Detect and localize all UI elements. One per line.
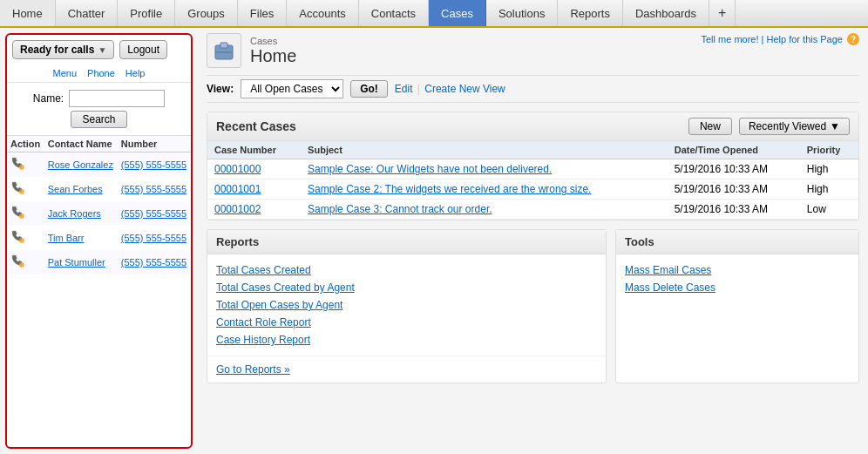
action-header: Action — [7, 136, 44, 152]
contact-table-header: Action Contact Name Number — [7, 136, 191, 152]
nav-item-dashboards[interactable]: Dashboards — [623, 0, 709, 26]
case-date: 5/19/2016 10:33 AM — [668, 180, 800, 200]
nav-item-accounts[interactable]: Accounts — [287, 0, 358, 26]
number-cell: (555) 555-5555 — [118, 177, 191, 201]
page-header-right: Tell me more! | Help for this Page ? — [701, 33, 859, 45]
edit-view-link[interactable]: Edit — [395, 83, 413, 95]
action-cell — [7, 177, 44, 201]
phone-number-link[interactable]: (555) 555-5555 — [121, 159, 186, 170]
help-link[interactable]: Help — [125, 68, 146, 78]
svg-point-4 — [19, 262, 24, 268]
case-date: 5/19/2016 10:33 AM — [668, 159, 800, 180]
phone-call-icon[interactable] — [10, 163, 26, 173]
case-number-link[interactable]: 00001001 — [214, 183, 261, 195]
goto-reports-link[interactable]: Go to Reports » — [207, 356, 606, 383]
name-input[interactable] — [69, 90, 165, 107]
page-title: Home — [250, 46, 296, 66]
svg-point-1 — [19, 189, 24, 194]
tool-link[interactable]: Mass Delete Cases — [625, 279, 850, 296]
tell-me-more-link[interactable]: Tell me more! — [701, 34, 758, 44]
number-cell: (555) 555-5555 — [118, 250, 191, 274]
svg-point-3 — [19, 238, 24, 243]
case-number-link[interactable]: 00001000 — [214, 163, 261, 175]
case-subject-link[interactable]: Sample Case: Our Widgets have not been d… — [308, 163, 552, 175]
phone-call-icon[interactable] — [10, 212, 26, 222]
name-search-area: Name: Search — [7, 83, 191, 136]
table-row: Jack Rogers (555) 555-5555 — [7, 201, 191, 226]
nav-item-cases[interactable]: Cases — [429, 0, 486, 26]
recent-cases-panel: Recent Cases New Recently Viewed ▼ Case … — [207, 112, 859, 220]
nav-item-reports[interactable]: Reports — [558, 0, 623, 26]
nav-item-chatter[interactable]: Chatter — [56, 0, 119, 26]
recently-viewed-label: Recently Viewed — [749, 120, 826, 132]
page-header-left: Cases Home — [207, 33, 296, 68]
contact-name-cell: Rose Gonzalez — [44, 152, 118, 178]
create-view-link[interactable]: Create New View — [424, 83, 505, 95]
cases-table: Case Number Subject Date/Time Opened Pri… — [207, 141, 858, 220]
ready-for-calls-button[interactable]: Ready for calls ▼ — [12, 40, 114, 59]
report-link[interactable]: Case History Report — [216, 331, 597, 349]
page-title-block: Cases Home — [250, 36, 296, 66]
contact-name-cell: Jack Rogers — [44, 201, 118, 226]
recently-viewed-button[interactable]: Recently Viewed ▼ — [739, 118, 850, 135]
case-subject-link[interactable]: Sample Case 3: Cannot track our order. — [308, 203, 492, 215]
nav-item-solutions[interactable]: Solutions — [486, 0, 558, 26]
contact-name-link[interactable]: Pat Stumuller — [48, 257, 105, 268]
phone-call-icon[interactable] — [10, 236, 26, 247]
breadcrumb: Cases — [250, 36, 296, 46]
phone-link[interactable]: Phone — [87, 68, 115, 78]
dropdown-arrow-icon: ▼ — [98, 45, 106, 55]
tools-panel: Tools Mass Email CasesMass Delete Cases — [615, 229, 859, 383]
case-number-link[interactable]: 00001002 — [214, 203, 261, 215]
svg-point-2 — [19, 213, 24, 219]
top-navigation: HomeChatterProfileGroupsFilesAccountsCon… — [0, 0, 868, 28]
nav-item-contacts[interactable]: Contacts — [359, 0, 429, 26]
nav-item-files[interactable]: Files — [238, 0, 287, 26]
contact-name-link[interactable]: Jack Rogers — [48, 208, 101, 219]
phone-number-link[interactable]: (555) 555-5555 — [121, 184, 186, 194]
reports-panel-header: Reports — [207, 230, 606, 254]
number-header: Number — [118, 136, 191, 152]
logout-button[interactable]: Logout — [119, 40, 167, 59]
nav-item-groups[interactable]: Groups — [175, 0, 238, 26]
contact-name-link[interactable]: Rose Gonzalez — [48, 159, 113, 170]
tool-link[interactable]: Mass Email Cases — [625, 261, 850, 279]
report-link[interactable]: Total Cases Created — [216, 261, 597, 279]
number-cell: (555) 555-5555 — [118, 201, 191, 226]
help-icon: ? — [847, 33, 859, 45]
sidebar-links: Menu Phone Help — [7, 64, 191, 83]
view-bar: View: All Open Cases Go! Edit | Create N… — [207, 75, 859, 103]
view-links: Edit | Create New View — [395, 83, 505, 95]
report-link[interactable]: Contact Role Report — [216, 314, 597, 331]
menu-link[interactable]: Menu — [53, 68, 78, 78]
report-link[interactable]: Total Cases Created by Agent — [216, 279, 597, 296]
view-select[interactable]: All Open Cases — [241, 79, 343, 98]
number-cell: (555) 555-5555 — [118, 152, 191, 178]
phone-call-icon[interactable] — [10, 187, 26, 198]
contact-name-cell: Pat Stumuller — [44, 250, 118, 274]
report-link[interactable]: Total Open Cases by Agent — [216, 296, 597, 314]
new-case-button[interactable]: New — [688, 118, 732, 135]
contact-name-link[interactable]: Tim Barr — [48, 233, 85, 243]
nav-item-profile[interactable]: Profile — [118, 0, 175, 26]
cases-icon — [207, 33, 241, 68]
case-priority: Low — [800, 200, 858, 220]
go-button[interactable]: Go! — [350, 80, 388, 98]
phone-number-link[interactable]: (555) 555-5555 — [121, 257, 186, 268]
search-button[interactable]: Search — [71, 111, 126, 128]
contact-name-cell: Sean Forbes — [44, 177, 118, 201]
phone-number-link[interactable]: (555) 555-5555 — [121, 233, 186, 243]
help-page-link[interactable]: Help for this Page — [767, 34, 843, 44]
case-priority: High — [800, 180, 858, 200]
tools-panel-header: Tools — [616, 230, 858, 254]
case-subject-link[interactable]: Sample Case 2: The widgets we received a… — [308, 183, 591, 195]
action-cell — [7, 201, 44, 226]
phone-call-icon[interactable] — [10, 261, 26, 271]
phone-number-link[interactable]: (555) 555-5555 — [121, 208, 186, 219]
number-cell: (555) 555-5555 — [118, 226, 191, 250]
contact-table: Action Contact Name Number Rose Gonzalez — [7, 136, 191, 274]
nav-item-+[interactable]: + — [709, 0, 736, 26]
nav-item-home[interactable]: Home — [0, 0, 56, 26]
contact-name-link[interactable]: Sean Forbes — [48, 184, 103, 194]
contact-name-header: Contact Name — [44, 136, 118, 152]
